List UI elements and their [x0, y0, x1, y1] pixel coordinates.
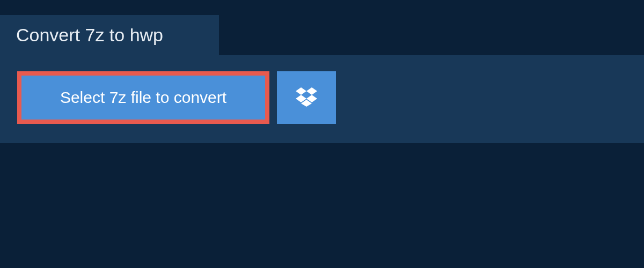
action-row: Select 7z file to convert	[17, 71, 627, 124]
select-file-button[interactable]: Select 7z file to convert	[17, 71, 269, 124]
select-file-label: Select 7z file to convert	[60, 88, 226, 107]
dropbox-icon	[296, 87, 317, 108]
page-title-tab: Convert 7z to hwp	[0, 15, 219, 55]
dropbox-button[interactable]	[277, 71, 336, 124]
page-title: Convert 7z to hwp	[16, 25, 163, 45]
converter-panel: Select 7z file to convert	[0, 55, 644, 143]
